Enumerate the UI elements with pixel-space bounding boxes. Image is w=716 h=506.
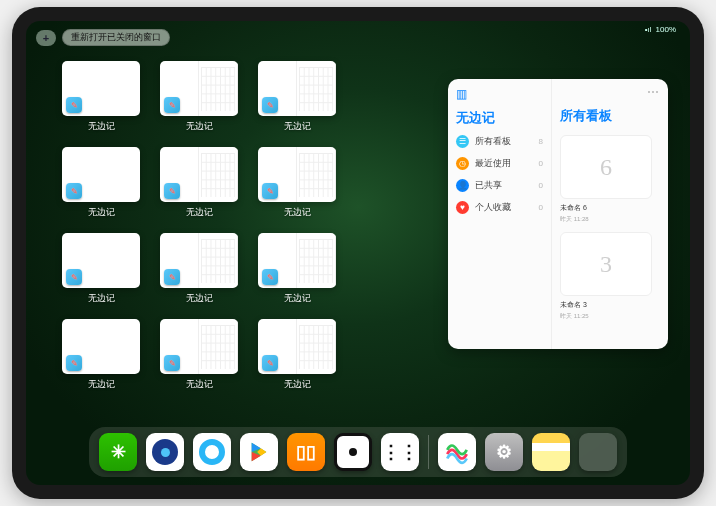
category-icon: 👤 — [456, 179, 469, 192]
item-count: 0 — [539, 203, 543, 212]
freeform-icon — [262, 355, 278, 371]
item-count: 0 — [539, 181, 543, 190]
freeform-icon — [164, 183, 180, 199]
freeform-icon — [164, 355, 180, 371]
graph-icon: ⋮⋮ — [382, 441, 418, 463]
freeform-icon — [262, 269, 278, 285]
thumb-label: 无边记 — [88, 120, 115, 133]
thumb-label: 无边记 — [88, 378, 115, 391]
window-thumb[interactable]: 无边记 — [62, 233, 140, 305]
freeform-icon — [262, 97, 278, 113]
dock-freeform[interactable] — [438, 433, 476, 471]
thumb-label: 无边记 — [88, 206, 115, 219]
window-thumb[interactable]: 无边记 — [62, 147, 140, 219]
thumb-label: 无边记 — [88, 292, 115, 305]
dock-quark-hd[interactable] — [146, 433, 184, 471]
sidebar-item[interactable]: ◷最近使用0 — [456, 157, 543, 170]
window-thumb[interactable]: 无边记 — [258, 147, 336, 219]
item-count: 0 — [539, 159, 543, 168]
window-thumbnails-grid: 无边记 无边记 无边记 无边记 无边记 无边记 — [62, 61, 422, 391]
more-icon[interactable]: ⋯ — [647, 85, 660, 99]
dock-books[interactable]: ▯▯ — [287, 433, 325, 471]
new-window-button[interactable]: + — [36, 30, 56, 46]
dock-app-7[interactable]: ⋮⋮ — [381, 433, 419, 471]
sidebar-item[interactable]: ☰所有看板8 — [456, 135, 543, 148]
freeform-icon — [66, 355, 82, 371]
plus-icon: + — [43, 32, 49, 44]
thumb-label: 无边记 — [186, 292, 213, 305]
ipad-device: •ıl 100% + 重新打开已关闭的窗口 无边记 无边记 无边记 — [12, 7, 704, 499]
window-thumb[interactable]: 无边记 — [258, 61, 336, 133]
category-icon: ☰ — [456, 135, 469, 148]
reopen-label: 重新打开已关闭的窗口 — [71, 31, 161, 44]
sidebar-item[interactable]: ♥个人收藏0 — [456, 201, 543, 214]
gear-icon: ⚙ — [496, 441, 512, 463]
freeform-icon — [66, 183, 82, 199]
all-boards-title: 所有看板 — [560, 107, 660, 125]
thumb-label: 无边记 — [284, 292, 311, 305]
window-thumb[interactable]: 无边记 — [160, 147, 238, 219]
dock-app-6[interactable] — [334, 433, 372, 471]
reopen-closed-window-button[interactable]: 重新打开已关闭的窗口 — [62, 29, 170, 46]
thumb-label: 无边记 — [284, 378, 311, 391]
window-thumb[interactable]: 无边记 — [160, 319, 238, 391]
sidebar-toggle-icon[interactable]: ▥ — [456, 87, 467, 101]
thumb-label: 无边记 — [186, 120, 213, 133]
books-icon: ▯▯ — [296, 441, 316, 463]
thumb-label: 无边记 — [284, 206, 311, 219]
freeform-sidebar-panel[interactable]: ▥ 无边记 ☰所有看板8◷最近使用0👤已共享0♥个人收藏0 ⋯ 所有看板 6未命… — [448, 79, 668, 349]
freeform-icon — [66, 97, 82, 113]
thumb-label: 无边记 — [186, 206, 213, 219]
signal-icon: •ıl — [645, 25, 652, 34]
thumb-label: 无边记 — [284, 120, 311, 133]
dock-app-library[interactable] — [579, 433, 617, 471]
window-thumb[interactable]: 无边记 — [258, 319, 336, 391]
top-left-controls: + 重新打开已关闭的窗口 — [36, 29, 170, 46]
dock-notes[interactable] — [532, 433, 570, 471]
freeform-icon — [262, 183, 278, 199]
board-time: 昨天 11:28 — [560, 215, 660, 224]
board-thumb[interactable]: 3 — [560, 232, 652, 296]
item-count: 8 — [539, 137, 543, 146]
window-thumb[interactable]: 无边记 — [258, 233, 336, 305]
freeform-icon — [164, 97, 180, 113]
item-label: 所有看板 — [475, 135, 511, 148]
dock-settings[interactable]: ⚙ — [485, 433, 523, 471]
thumb-label: 无边记 — [186, 378, 213, 391]
dock: ✳ ▯▯ ⋮⋮ ⚙ — [89, 427, 627, 477]
dock-separator — [428, 435, 429, 469]
item-label: 最近使用 — [475, 157, 511, 170]
category-icon: ♥ — [456, 201, 469, 214]
board-thumb[interactable]: 6 — [560, 135, 652, 199]
board-name: 未命名 6 — [560, 203, 660, 213]
dock-play-store[interactable] — [240, 433, 278, 471]
freeform-icon — [164, 269, 180, 285]
battery-label: 100% — [656, 25, 676, 34]
board-time: 昨天 11:25 — [560, 312, 660, 321]
category-icon: ◷ — [456, 157, 469, 170]
item-label: 个人收藏 — [475, 201, 511, 214]
sidebar-left: ▥ 无边记 ☰所有看板8◷最近使用0👤已共享0♥个人收藏0 — [448, 79, 552, 349]
dock-quark[interactable] — [193, 433, 231, 471]
window-thumb[interactable]: 无边记 — [62, 61, 140, 133]
item-label: 已共享 — [475, 179, 502, 192]
sidebar-right: ⋯ 所有看板 6未命名 6昨天 11:283未命名 3昨天 11:25 — [552, 79, 668, 349]
window-thumb[interactable]: 无边记 — [160, 233, 238, 305]
freeform-icon — [66, 269, 82, 285]
sidebar-item[interactable]: 👤已共享0 — [456, 179, 543, 192]
window-thumb[interactable]: 无边记 — [62, 319, 140, 391]
dock-wechat[interactable]: ✳ — [99, 433, 137, 471]
screen: •ıl 100% + 重新打开已关闭的窗口 无边记 无边记 无边记 — [26, 21, 690, 485]
status-bar: •ıl 100% — [645, 25, 676, 34]
wechat-icon: ✳ — [111, 441, 126, 463]
window-thumb[interactable]: 无边记 — [160, 61, 238, 133]
sidebar-app-title: 无边记 — [456, 109, 543, 127]
board-name: 未命名 3 — [560, 300, 660, 310]
